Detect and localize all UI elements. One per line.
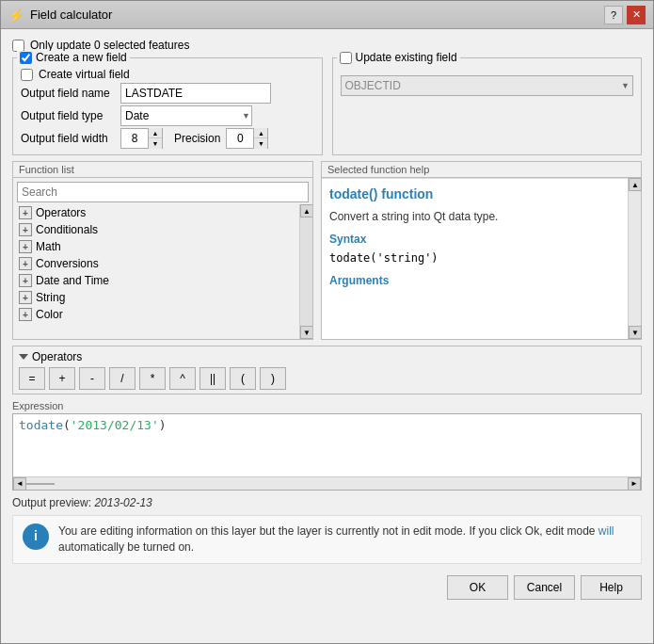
output-field-width-input[interactable] <box>121 129 148 148</box>
bottom-buttons: OK Cancel Help <box>12 570 642 602</box>
op-btn-close-paren[interactable]: ) <box>260 367 286 390</box>
expression-open-paren: ( <box>63 418 71 432</box>
scroll-right-btn[interactable]: ► <box>628 477 641 491</box>
func-label-conditionals: Conditionals <box>36 223 98 236</box>
info-icon: i <box>23 523 49 550</box>
scroll-up-btn[interactable]: ▲ <box>300 204 312 217</box>
func-item-conversions[interactable]: + Conversions <box>13 255 299 272</box>
func-item-conditionals[interactable]: + Conditionals <box>13 221 299 238</box>
func-label-datetime: Date and Time <box>36 274 109 287</box>
help-scroll-down-btn[interactable]: ▼ <box>629 326 642 339</box>
function-help-group: Selected function help todate() function… <box>321 161 642 340</box>
function-list[interactable]: + Operators + Conditionals + Math <box>13 204 299 339</box>
func-item-color[interactable]: + Color <box>13 306 299 323</box>
only-update-row: Only update 0 selected features <box>12 39 642 52</box>
ok-button[interactable]: OK <box>447 575 508 600</box>
objectid-select[interactable]: OBJECTID <box>341 75 634 96</box>
spinbox-up-btn[interactable]: ▲ <box>149 128 162 138</box>
func-label-color: Color <box>36 308 63 321</box>
help-arguments-label: Arguments <box>329 272 620 289</box>
help-syntax-code: todate('string') <box>329 250 620 266</box>
help-title-button[interactable]: ? <box>604 6 623 24</box>
func-label-operators: Operators <box>36 206 86 219</box>
func-label-string: String <box>36 291 65 304</box>
op-btn-open-paren[interactable]: ( <box>230 367 256 390</box>
selected-function-help-panel: Selected function help todate() function… <box>321 161 642 340</box>
output-preview-row: Output preview: 2013-02-13 <box>12 496 642 509</box>
output-field-width-label: Output field width <box>21 132 115 145</box>
op-btn-plus[interactable]: + <box>49 367 75 390</box>
func-item-operators[interactable]: + Operators <box>13 204 299 221</box>
expression-close-paren: ) <box>159 418 167 432</box>
update-existing-field-checkbox[interactable] <box>340 52 352 64</box>
precision-down-btn[interactable]: ▼ <box>254 138 267 149</box>
help-func-name: todate() function <box>329 185 620 204</box>
function-list-area: + Operators + Conditionals + Math <box>13 204 312 339</box>
only-update-checkbox[interactable] <box>12 40 24 52</box>
help-button[interactable]: Help <box>581 575 642 600</box>
dialog-title: Field calculator <box>30 8 112 22</box>
title-bar-buttons: ? ✕ <box>604 6 646 24</box>
op-btn-equals[interactable]: = <box>19 367 45 390</box>
dialog-body: Only update 0 selected features Create a… <box>1 29 653 643</box>
expression-header: Expression <box>12 400 642 411</box>
close-button[interactable]: ✕ <box>627 6 646 24</box>
func-label-math: Math <box>36 240 61 253</box>
output-preview-value: 2013-02-13 <box>94 496 152 509</box>
title-bar-left: ⚡ Field calculator <box>8 8 112 23</box>
expression-wrapper: todate('2013/02/13') ◄ ► <box>12 413 642 491</box>
create-virtual-label: Create virtual field <box>39 68 130 81</box>
scroll-down-btn[interactable]: ▼ <box>300 326 312 339</box>
op-btn-minus[interactable]: - <box>79 367 105 390</box>
function-search-input[interactable] <box>17 182 309 202</box>
help-scroll-up-btn[interactable]: ▲ <box>629 178 642 191</box>
scroll-h-thumb <box>26 483 55 485</box>
expression-display[interactable]: todate('2013/02/13') <box>13 414 641 476</box>
field-groups-row: Create a new field Create virtual field … <box>12 57 642 155</box>
info-after-link: automatically be turned on. <box>58 540 194 554</box>
spinbox-buttons: ▲ ▼ <box>148 128 162 149</box>
title-bar: ⚡ Field calculator ? ✕ <box>1 1 653 29</box>
objectid-combo-wrapper: OBJECTID ▼ <box>341 75 634 96</box>
function-help-label: Selected function help <box>322 162 641 178</box>
output-field-type-row: Output field type Date Integer Real Stri… <box>21 105 314 126</box>
spinbox-down-btn[interactable]: ▼ <box>149 138 162 149</box>
op-btn-divide[interactable]: / <box>109 367 136 390</box>
func-item-math[interactable]: + Math <box>13 238 299 255</box>
operators-header[interactable]: Operators <box>19 350 635 363</box>
create-virtual-checkbox[interactable] <box>21 69 33 81</box>
create-new-field-checkbox[interactable] <box>20 52 32 64</box>
op-btn-caret[interactable]: ^ <box>169 367 196 390</box>
info-link[interactable]: will <box>598 524 614 538</box>
function-list-scrollbar: ▲ ▼ <box>299 204 312 339</box>
op-btn-multiply[interactable]: * <box>139 367 166 390</box>
function-list-group: Function list + Operators + Conditionals <box>12 161 313 340</box>
output-field-width-spinbox: ▲ ▼ <box>120 128 163 149</box>
output-field-name-input[interactable] <box>120 83 271 104</box>
expression-group-label: Expression <box>12 400 63 411</box>
precision-spinbox-buttons: ▲ ▼ <box>253 128 267 149</box>
output-preview-label: Output preview: <box>12 496 91 509</box>
update-existing-field-label: Update existing field <box>356 51 457 64</box>
scroll-left-btn[interactable]: ◄ <box>13 477 26 491</box>
output-field-type-combo-wrapper: Date Integer Real String ▼ <box>120 105 252 126</box>
op-btn-concat[interactable]: || <box>199 367 226 390</box>
help-scrollbar: ▲ ▼ <box>628 178 641 339</box>
precision-input[interactable] <box>227 129 253 148</box>
expand-icon-datetime: + <box>19 274 32 287</box>
help-description: Convert a string into Qt data type. <box>329 208 620 225</box>
func-item-string[interactable]: + String <box>13 289 299 306</box>
help-scroll-track <box>629 191 641 326</box>
cancel-button[interactable]: Cancel <box>514 575 575 600</box>
output-field-type-label: Output field type <box>21 109 115 122</box>
expand-icon-operators: + <box>19 206 32 219</box>
update-existing-field-group: Update existing field OBJECTID ▼ <box>332 57 643 155</box>
precision-up-btn[interactable]: ▲ <box>254 128 267 138</box>
output-field-type-select[interactable]: Date Integer Real String <box>120 105 252 126</box>
expand-icon-conditionals: + <box>19 223 32 236</box>
func-item-datetime[interactable]: + Date and Time <box>13 272 299 289</box>
function-help-panels: Function list + Operators + Conditionals <box>12 161 642 340</box>
info-message-box: i You are editing information on this la… <box>12 515 642 564</box>
scroll-h-track <box>26 483 628 485</box>
help-panel: todate() function Convert a string into … <box>322 178 628 339</box>
